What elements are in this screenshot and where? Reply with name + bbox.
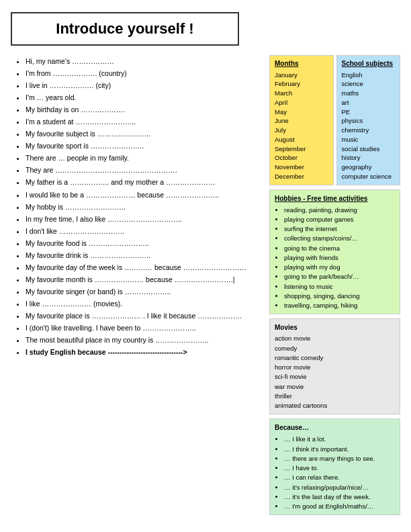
month-item: September	[275, 144, 328, 154]
movie-item: comedy	[275, 344, 395, 353]
movies-box: Movies action moviecomedyromantic comedy…	[269, 318, 400, 414]
sentence-item: My favourite food is ……………………..	[26, 237, 264, 249]
school-subject-item: music	[342, 135, 396, 144]
school-subject-item: PE	[342, 107, 396, 117]
sentence-item: Hi, my name's ………………	[26, 55, 264, 67]
sentence-item: My favourite drink is ……………………..	[26, 249, 264, 261]
movie-item: action movie	[275, 334, 395, 343]
movie-item: romantic comedy	[275, 353, 395, 363]
month-item: April	[275, 98, 328, 107]
because-list: … I like it a lot.… I think it's importa…	[275, 435, 395, 511]
hobby-item: playing with my dog	[284, 263, 395, 272]
school-list: EnglishsciencemathsartPEphysicschemistry…	[342, 71, 396, 181]
month-item: December	[275, 172, 328, 181]
movie-item: thriller	[275, 392, 395, 401]
because-item: … it's the last day of the week.	[284, 492, 395, 502]
sentence-item: My favourite sport is …………………..	[26, 140, 264, 152]
month-item: June	[275, 116, 328, 126]
month-item: May	[275, 107, 328, 117]
sentence-item: I don't like ……………………….	[26, 225, 264, 237]
sentence-item: My father is a …………….. and my mother a ……	[26, 176, 264, 188]
sentence-item: I like ………………… (movies).	[26, 298, 264, 310]
hobby-item: reading, painting, drawing	[284, 206, 395, 215]
month-item: July	[275, 126, 328, 135]
movie-item: animated cartoons	[275, 401, 395, 410]
sentence-item: My favourite month is ………………… because ………	[26, 273, 264, 285]
school-subject-item: physics	[342, 116, 396, 126]
sentence-item: I (don't) like travelling. I have been t…	[26, 322, 264, 334]
hobby-item: going to the cinema	[284, 244, 395, 253]
sentence-item: My favourite day of the week is ………… bec…	[26, 261, 264, 273]
sentence-item: I'm from ………………. (country)	[26, 67, 264, 79]
because-box: Because… … I like it a lot.… I think it'…	[269, 418, 400, 515]
school-subject-item: maths	[342, 89, 396, 98]
months-list: JanuaryFebruaryMarchAprilMayJuneJulyAugu…	[275, 71, 328, 181]
month-item: November	[275, 163, 328, 172]
hobbies-list: reading, painting, drawingplaying comput…	[275, 206, 395, 311]
school-box: School subjects EnglishsciencemathsartPE…	[336, 55, 401, 185]
sentence-item: The most beautiful place in my country i…	[26, 334, 264, 346]
because-item: … there are many things to see.	[284, 454, 395, 463]
sentence-item: My birthday is on ……………….	[26, 103, 264, 116]
because-item: … I think it's important.	[284, 445, 395, 454]
hobby-item: surfing the internet	[284, 224, 395, 234]
month-item: January	[275, 71, 328, 80]
sentence-item: My favourite subject is …………………..	[26, 128, 264, 140]
hobbies-box: Hobbies - Free time activities reading, …	[269, 189, 400, 315]
movie-item: sci-fi movie	[275, 372, 395, 382]
hobby-item: collecting stamps/coins/…	[284, 234, 395, 243]
because-item: … I have to.	[284, 463, 395, 473]
hobby-item: listening to music	[284, 282, 395, 292]
month-item: February	[275, 79, 328, 89]
hobby-item: shopping, singing, dancing	[284, 292, 395, 301]
month-item: October	[275, 153, 328, 163]
hobby-item: going to the park/beach/…	[284, 272, 395, 281]
school-subject-item: history	[342, 153, 396, 163]
left-column: Hi, my name's ………………I'm from ………………. (co…	[11, 55, 269, 515]
sentence-item: I'm a student at ……………………..	[26, 116, 264, 128]
sentence-item: They are …………………………………………….	[26, 164, 264, 176]
sentence-item: My favourite singer (or band) is ……………….…	[26, 285, 264, 298]
school-subject-item: computer science	[342, 172, 396, 181]
sentence-item: My hobby is ……………………..	[26, 201, 264, 213]
page-title: Introduce yourself !	[26, 20, 224, 38]
movies-title: Movies	[275, 322, 395, 332]
school-subject-item: geography	[342, 163, 396, 172]
school-subject-item: social studies	[342, 144, 396, 154]
movie-item: horror movie	[275, 363, 395, 372]
month-item: March	[275, 89, 328, 98]
right-column: Months JanuaryFebruaryMarchAprilMayJuneJ…	[269, 55, 400, 515]
month-item: August	[275, 135, 328, 144]
sentence-item: I'm … years old.	[26, 91, 264, 103]
school-subject-item: English	[342, 71, 396, 80]
school-title: School subjects	[342, 59, 396, 69]
months-title: Months	[275, 59, 328, 69]
hobby-item: travelling, camping, hiking	[284, 301, 395, 310]
months-box: Months JanuaryFebruaryMarchAprilMayJuneJ…	[269, 55, 334, 185]
sentence-item: My favourite place is ………………… . I like i…	[26, 310, 264, 322]
school-subject-item: science	[342, 79, 396, 89]
hobby-item: playing computer games	[284, 215, 395, 224]
sentence-item: There are … people in my family.	[26, 152, 264, 164]
sentence-item: In my free time, I also like ………………………….…	[26, 213, 264, 225]
hobby-item: playing with friends	[284, 253, 395, 263]
movies-list: action moviecomedyromantic comedyhorror …	[275, 334, 395, 410]
title-box: Introduce yourself !	[11, 12, 239, 46]
because-item: … I'm good at English/maths/…	[284, 502, 395, 511]
top-right-boxes: Months JanuaryFebruaryMarchAprilMayJuneJ…	[269, 55, 400, 185]
because-title: Because…	[275, 423, 395, 433]
sentence-item: I study English because ----------------…	[26, 346, 264, 358]
because-item: … I like it a lot.	[284, 435, 395, 444]
school-subject-item: chemistry	[342, 126, 396, 135]
school-subject-item: art	[342, 98, 396, 107]
because-item: … I can relax there.	[284, 473, 395, 482]
sentence-item: I would like to be a ………………… because …………	[26, 189, 264, 201]
because-item: … it's relaxing/popular/nice/…	[284, 483, 395, 492]
sentence-list: Hi, my name's ………………I'm from ………………. (co…	[11, 55, 264, 358]
sentence-item: I live in ………………. (city)	[26, 79, 264, 91]
hobbies-title: Hobbies - Free time activities	[275, 193, 395, 204]
movie-item: war movie	[275, 382, 395, 392]
